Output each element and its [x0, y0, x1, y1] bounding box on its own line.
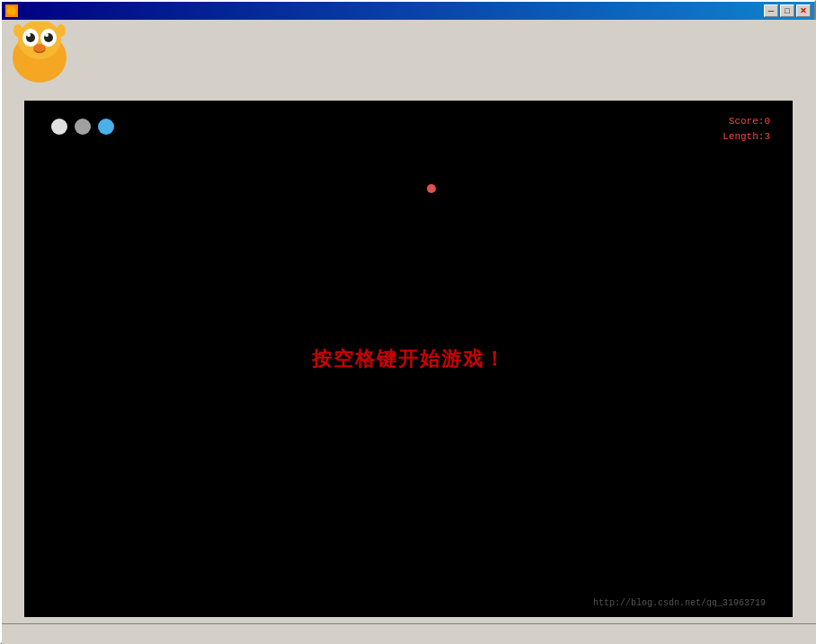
length-display: Length:3 [723, 129, 770, 145]
close-button[interactable]: ✕ [796, 4, 811, 17]
snake-segment-2 [75, 119, 91, 135]
svg-point-11 [13, 24, 22, 37]
game-canvas: Score:0 Length:3 按空格键开始游戏！ http://blog.c… [24, 101, 793, 617]
hud: Score:0 Length:3 [723, 114, 770, 144]
watermark: http://blog.csdn.net/qq_31963719 [593, 598, 766, 608]
snake-segment-1 [51, 119, 67, 135]
snake-body [51, 119, 114, 135]
maximize-button[interactable]: □ [780, 4, 794, 17]
bottom-bar [2, 623, 816, 644]
food-item [427, 184, 436, 193]
svg-point-12 [57, 24, 66, 37]
window-controls: ─ □ ✕ [764, 4, 811, 17]
title-bar: ─ □ ✕ [2, 2, 814, 20]
svg-point-1 [7, 6, 16, 15]
mascot [4, 22, 84, 89]
snake-segment-3 [98, 119, 114, 135]
app-icon [5, 4, 18, 17]
svg-point-9 [45, 33, 49, 37]
start-message: 按空格键开始游戏！ [312, 346, 506, 373]
window-frame: ─ □ ✕ [0, 0, 816, 644]
app-area: Score:0 Length:3 按空格键开始游戏！ http://blog.c… [2, 20, 816, 644]
svg-point-8 [27, 33, 31, 37]
minimize-button[interactable]: ─ [764, 4, 778, 17]
score-display: Score:0 [723, 114, 770, 129]
